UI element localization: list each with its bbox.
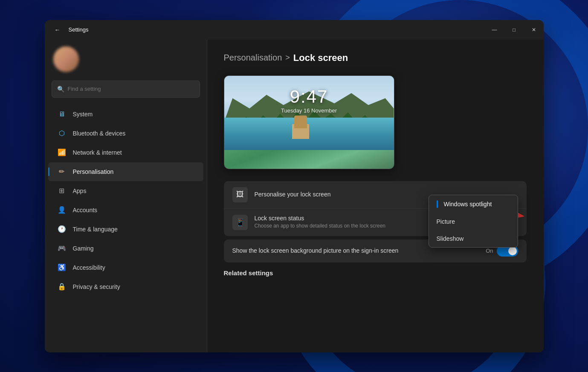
sidebar-item-network[interactable]: 📶 Network & internet <box>48 143 203 162</box>
privacy-icon: 🔒 <box>57 282 67 292</box>
search-box[interactable]: 🔍 <box>52 81 200 98</box>
dropdown-option-label-spotlight: Windows spotlight <box>444 201 492 208</box>
sign-in-text: Show the lock screen background picture … <box>232 247 479 255</box>
lock-castle <box>288 115 313 139</box>
sidebar-item-bluetooth[interactable]: ⬡ Bluetooth & devices <box>48 124 203 143</box>
lock-status-icon: 📱 <box>232 215 248 230</box>
sidebar-item-time[interactable]: 🕐 Time & language <box>48 220 203 239</box>
back-button[interactable]: ← <box>52 24 64 36</box>
content-area: Personalisation > Lock screen 9:47 Tuesd… <box>207 40 544 352</box>
title-bar: ← Settings — □ ✕ <box>45 20 544 40</box>
related-settings-title: Related settings <box>224 269 527 277</box>
sidebar-item-accessibility[interactable]: ♿ Accessibility <box>48 258 203 277</box>
lock-settings-section: 🖼 Personalise your lock screen Windows s… <box>224 181 527 236</box>
breadcrumb: Personalisation > Lock screen <box>224 52 527 63</box>
sidebar-wrapper: 🔍 🖥 System ⬡ Bluetooth & devices <box>45 40 207 352</box>
breadcrumb-parent[interactable]: Personalisation <box>224 53 282 63</box>
sidebar-item-label-apps: Apps <box>73 187 87 194</box>
sidebar-item-label-system: System <box>73 111 93 118</box>
apps-icon: ⊞ <box>57 186 67 196</box>
app-title: Settings <box>69 26 89 33</box>
user-profile <box>45 40 207 81</box>
sidebar-item-label-time: Time & language <box>73 226 118 233</box>
personalise-dropdown-menu: Windows spotlight Picture Slideshow <box>429 195 518 248</box>
lock-time-value: 9:47 <box>281 88 337 106</box>
toggle-on-label: On <box>486 248 493 254</box>
sidebar-nav: 🖥 System ⬡ Bluetooth & devices 📶 Network… <box>45 105 207 296</box>
main-area: 🔍 🖥 System ⬡ Bluetooth & devices <box>45 40 544 352</box>
dropdown-option-label-slideshow: Slideshow <box>437 235 464 242</box>
personalise-lock-icon: 🖼 <box>232 187 248 202</box>
breadcrumb-separator: > <box>285 53 290 62</box>
gaming-icon: 🎮 <box>57 243 67 254</box>
dropdown-option-picture[interactable]: Picture <box>429 213 518 230</box>
sidebar-item-label-accounts: Accounts <box>73 207 98 213</box>
sidebar-item-system[interactable]: 🖥 System <box>48 105 203 124</box>
sidebar-item-label-personalisation: Personalisation <box>73 168 114 175</box>
time-icon: 🕐 <box>57 224 67 234</box>
window-controls: — □ ✕ <box>485 20 544 40</box>
sidebar-item-label-network: Network & internet <box>73 149 122 156</box>
sidebar-item-personalisation[interactable]: ✏ Personalisation <box>48 162 203 181</box>
sidebar: 🔍 🖥 System ⬡ Bluetooth & devices <box>45 40 207 352</box>
minimize-button[interactable]: — <box>485 20 504 40</box>
personalise-lock-row: 🖼 Personalise your lock screen Windows s… <box>224 181 527 209</box>
personalisation-icon: ✏ <box>57 167 67 177</box>
sidebar-item-label-accessibility: Accessibility <box>73 264 105 271</box>
sidebar-item-privacy[interactable]: 🔒 Privacy & security <box>48 277 203 296</box>
system-icon: 🖥 <box>57 109 67 119</box>
avatar <box>53 46 79 72</box>
sidebar-item-gaming[interactable]: 🎮 Gaming <box>48 239 203 258</box>
accounts-icon: 👤 <box>57 205 67 215</box>
bluetooth-icon: ⬡ <box>57 128 67 138</box>
sidebar-divider <box>207 40 207 352</box>
breadcrumb-current: Lock screen <box>293 52 348 63</box>
sign-in-title: Show the lock screen background picture … <box>232 247 479 254</box>
close-button[interactable]: ✕ <box>524 20 544 40</box>
search-input[interactable] <box>68 86 194 92</box>
dropdown-option-windows-spotlight[interactable]: Windows spotlight <box>429 195 518 213</box>
sidebar-item-label-gaming: Gaming <box>73 245 94 252</box>
maximize-button[interactable]: □ <box>504 20 524 40</box>
dropdown-option-slideshow[interactable]: Slideshow <box>429 230 518 247</box>
lock-time-overlay: 9:47 Tuesday 16 November <box>281 88 337 114</box>
sidebar-item-apps[interactable]: ⊞ Apps <box>48 182 203 200</box>
lock-screen-preview: 9:47 Tuesday 16 November <box>224 75 394 169</box>
title-bar-left: ← Settings <box>52 24 89 36</box>
accessibility-icon: ♿ <box>57 262 67 273</box>
sidebar-item-label-privacy: Privacy & security <box>73 283 120 290</box>
settings-window: ← Settings — □ ✕ 🔍 <box>45 20 544 352</box>
network-icon: 📶 <box>57 147 67 158</box>
search-icon: 🔍 <box>57 86 64 92</box>
lock-date-value: Tuesday 16 November <box>281 107 337 114</box>
search-container: 🔍 <box>45 81 207 104</box>
sidebar-item-label-bluetooth: Bluetooth & devices <box>73 130 126 137</box>
sidebar-item-accounts[interactable]: 👤 Accounts <box>48 201 203 219</box>
dropdown-option-label-picture: Picture <box>437 218 455 225</box>
